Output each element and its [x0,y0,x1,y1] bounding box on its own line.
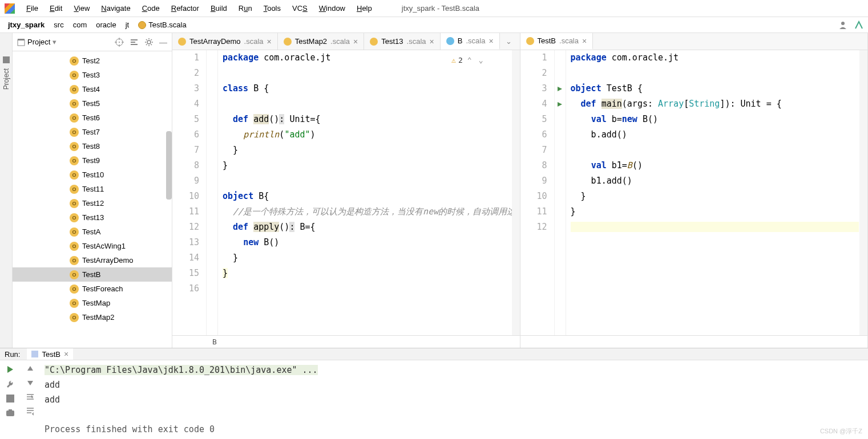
menu-help[interactable]: Help [352,3,377,14]
project-panel-title: Project [27,38,50,46]
menu-code[interactable]: Code [138,3,164,14]
tree-item-label: Test7 [82,128,100,136]
run-config-icon [31,351,38,357]
code-lines-left[interactable]: package com.oracle.jt class B { def add(… [218,50,520,335]
up-icon[interactable] [26,365,34,373]
tab-ext: .scala [244,37,264,46]
object-icon: O [70,56,79,66]
watermark: CSDN @浮千Z [820,427,862,436]
svg-rect-14 [31,351,38,357]
editor-tab[interactable]: Test13.scala× [364,33,440,50]
tree-item[interactable]: OTest7 [13,125,172,139]
project-tree[interactable]: OTest2OTest3OTest4OTest5OTest6OTest7OTes… [13,51,172,348]
prev-warning-icon[interactable]: ⌃ [465,52,474,68]
object-icon: O [70,199,79,208]
scrollbar-left[interactable] [512,50,520,335]
menu-edit[interactable]: Edit [45,3,67,14]
close-icon[interactable]: × [488,36,493,46]
crumb-jt[interactable]: jt [122,19,133,30]
softwrap-icon[interactable] [26,392,35,401]
tree-item[interactable]: OTestMap [13,296,172,310]
menu-run[interactable]: Run [234,3,257,14]
crumb-src[interactable]: src [50,19,67,30]
editor-tab[interactable]: TestB.scala× [520,33,594,50]
object-icon: O [70,156,79,165]
collapse-panel-icon[interactable]: — [159,38,167,47]
crumb-file[interactable]: TestB.scala [135,19,189,30]
expand-icon[interactable] [130,38,139,47]
close-icon[interactable]: × [64,349,68,359]
tree-item[interactable]: OTest12 [13,196,172,210]
tree-item[interactable]: OTest10 [13,168,172,182]
close-icon[interactable]: × [353,37,358,46]
run-gutter-icon[interactable] [557,86,563,92]
crumb-oracle[interactable]: oracle [92,19,119,30]
close-icon[interactable]: × [267,37,272,46]
tree-scrollbar[interactable] [166,131,172,200]
run-gutter-icon[interactable] [557,101,563,107]
editor-tab[interactable]: TestMap2.scala× [278,33,365,50]
target-icon[interactable] [115,38,124,47]
object-icon: O [70,284,79,294]
tree-item[interactable]: OTestMap2 [13,310,172,324]
tree-item[interactable]: OTestB [13,267,172,282]
tree-item[interactable]: OTestA [13,225,172,239]
scrollbar-right[interactable] [859,50,867,335]
tree-item[interactable]: OTestForeach [13,282,172,296]
tree-item[interactable]: OTest4 [13,82,172,96]
code-lines-right[interactable]: package com.oracle.jt object TestB { def… [566,50,868,335]
run-label: Run: [5,350,20,359]
tab-ext: .scala [559,36,579,45]
menu-window[interactable]: Window [314,3,350,14]
project-panel: Project ▾ — OTest2OTest3OTest4OTest5OTes… [13,33,172,348]
close-icon[interactable]: × [430,37,434,46]
crumb-project[interactable]: jtxy_spark [5,19,48,30]
project-tool-icon[interactable] [2,56,10,64]
project-view-dropdown[interactable]: ▾ [53,38,56,46]
stop-icon[interactable] [6,395,14,403]
code-area-right[interactable]: 123456789101112 package com.oracle.jt ob… [520,50,868,335]
gear-icon[interactable] [144,38,154,47]
object-icon: O [70,299,79,308]
crumb-com[interactable]: com [70,19,91,30]
editor-tab[interactable]: B.scala× [441,33,500,50]
menu-refactor[interactable]: Refactor [167,3,204,14]
tree-item[interactable]: OTest8 [13,139,172,153]
tree-item-label: Test8 [82,142,100,151]
warning-count: 2 [458,52,463,68]
tree-item[interactable]: OTestArrayDemo [13,253,172,267]
editor-tab[interactable]: TestArrayDemo.scala× [172,33,278,50]
next-warning-icon[interactable]: ⌄ [477,52,486,68]
tree-item[interactable]: OTest13 [13,210,172,225]
menu-navigate[interactable]: Navigate [96,3,135,14]
inspection-badge[interactable]: ⚠ 2 ⌃ ⌄ [451,52,485,68]
scroll-end-icon[interactable] [26,407,35,416]
run-tab[interactable]: TestB × [27,348,73,360]
tree-item[interactable]: OTest6 [13,111,172,125]
user-icon[interactable] [838,21,847,30]
run-output[interactable]: "C:\Program Files\Java\jdk1.8.0_201\bin\… [40,360,868,439]
tree-item[interactable]: OTest2 [13,54,172,68]
tree-item[interactable]: OTestAcWing1 [13,239,172,253]
chevron-down-icon[interactable]: ⌄ [500,37,518,46]
tree-item[interactable]: OTest3 [13,68,172,82]
code-area-left[interactable]: 12345678910111213141516 package com.orac… [172,50,520,335]
tree-item[interactable]: OTest11 [13,182,172,196]
tree-item[interactable]: OTest5 [13,96,172,111]
menu-tools[interactable]: Tools [259,3,285,14]
down-icon[interactable] [26,379,34,387]
rerun-icon[interactable] [6,365,15,374]
tree-item-label: TestMap [82,299,110,307]
breadcrumb: jtxy_spark src com oracle jt TestB.scala [5,19,190,30]
menu-file[interactable]: File [22,3,43,14]
menu-build[interactable]: Build [206,3,232,14]
menu-vcs[interactable]: VCS [288,3,312,14]
camera-icon[interactable] [6,408,15,417]
menu-view[interactable]: View [69,3,94,14]
tree-item-label: TestForeach [82,284,123,293]
wrench-icon[interactable] [6,380,15,389]
project-tool-label[interactable]: Project [2,68,10,90]
tree-item[interactable]: OTest9 [13,153,172,168]
close-icon[interactable]: × [582,36,587,46]
build-icon[interactable] [854,21,863,30]
